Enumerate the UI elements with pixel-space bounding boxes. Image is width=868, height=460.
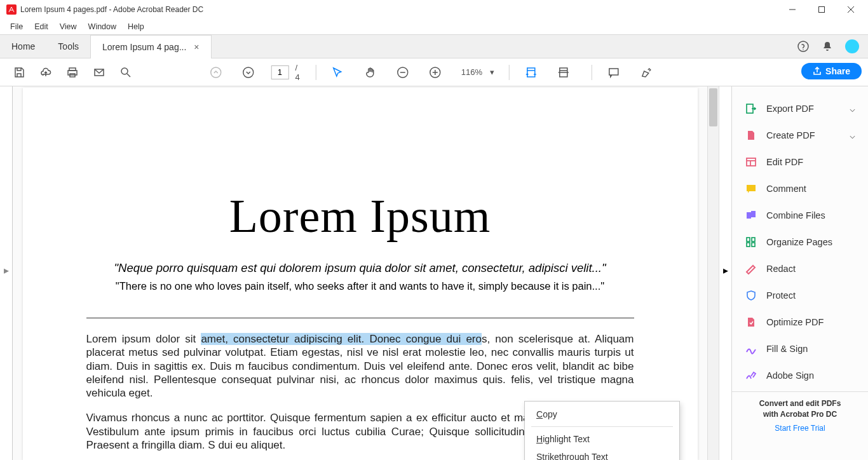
- scroll-thumb[interactable]: [709, 88, 717, 126]
- right-rail-toggle[interactable]: ▸: [719, 86, 731, 460]
- highlight-icon[interactable]: [636, 62, 656, 83]
- page-down-icon[interactable]: [238, 62, 258, 83]
- panel-create-pdf[interactable]: Create PDF⌵: [732, 122, 868, 149]
- page-total: / 4: [295, 63, 304, 82]
- quote-english: "There is no one who loves pain itself, …: [86, 280, 634, 292]
- menu-view[interactable]: View: [55, 21, 82, 32]
- fit-page-icon[interactable]: [553, 62, 573, 83]
- quote-latin: "Neque porro quisquam est qui dolorem ip…: [86, 261, 634, 275]
- svg-rect-30: [752, 238, 755, 241]
- tools-panel: Export PDF⌵ Create PDF⌵ Edit PDF Comment…: [731, 86, 868, 460]
- panel-fill-sign[interactable]: Fill & Sign: [732, 335, 868, 362]
- toolbar: / 4 116% ▾ Share: [0, 58, 868, 86]
- adobe-sign-icon: [745, 369, 757, 382]
- zoom-out-icon[interactable]: [393, 62, 412, 83]
- svg-rect-7: [68, 71, 77, 75]
- tab-home-label: Home: [11, 41, 35, 51]
- share-button[interactable]: Share: [801, 63, 862, 79]
- chevron-down-icon: ⌵: [850, 130, 855, 140]
- maximize-button[interactable]: [807, 0, 836, 19]
- save-icon[interactable]: [9, 62, 29, 83]
- print-icon[interactable]: [62, 62, 83, 83]
- tabbar: Home Tools Lorem Ipsum 4 pag... ×: [0, 34, 868, 58]
- menu-edit[interactable]: Edit: [29, 21, 53, 32]
- panel-organize[interactable]: Organize Pages: [732, 229, 868, 255]
- svg-rect-23: [747, 158, 756, 166]
- tab-document-label: Lorem Ipsum 4 pag...: [102, 42, 186, 52]
- svg-rect-31: [747, 243, 750, 247]
- svg-line-11: [127, 74, 130, 77]
- search-icon[interactable]: [116, 62, 136, 83]
- zoom-in-icon[interactable]: [425, 62, 445, 83]
- window-title: Lorem Ipsum 4 pages.pdf - Adobe Acrobat …: [20, 5, 778, 14]
- document-heading: Lorem Ipsum: [86, 189, 634, 243]
- svg-rect-32: [752, 243, 755, 247]
- svg-point-10: [121, 68, 128, 74]
- tab-tools-label: Tools: [58, 41, 79, 51]
- svg-point-12: [210, 67, 220, 78]
- panel-optimize[interactable]: Optimize PDF: [732, 309, 868, 335]
- cm-strikethrough[interactable]: Strikethrough Text: [525, 448, 679, 460]
- chevron-down-icon: ⌵: [850, 104, 855, 114]
- left-rail[interactable]: ▸: [0, 86, 13, 460]
- panel-export-pdf[interactable]: Export PDF⌵: [732, 95, 868, 122]
- chevron-right-icon: ▸: [4, 264, 9, 276]
- panel-adobe-sign[interactable]: Adobe Sign: [732, 362, 868, 389]
- page-up-icon[interactable]: [206, 62, 226, 83]
- minimize-button[interactable]: [778, 0, 807, 19]
- panel-combine[interactable]: Combine Files: [732, 202, 868, 229]
- zoom-select[interactable]: 116% ▾: [458, 65, 498, 80]
- comment-icon: [745, 182, 757, 195]
- email-icon[interactable]: [89, 62, 109, 83]
- paragraph-1: Lorem ipsum dolor sit amet, consectetur …: [86, 332, 634, 400]
- help-icon[interactable]: [797, 40, 810, 53]
- tab-tools[interactable]: Tools: [46, 35, 90, 58]
- combine-icon: [745, 209, 757, 222]
- page-number-input[interactable]: [271, 65, 288, 79]
- workspace: ▸ Lorem Ipsum "Neque porro quisquam est …: [0, 86, 868, 460]
- cm-highlight[interactable]: Highlight Text: [525, 430, 679, 448]
- svg-rect-29: [747, 238, 750, 241]
- organize-icon: [745, 236, 757, 248]
- panel-protect[interactable]: Protect: [732, 282, 868, 309]
- context-menu: Copy Highlight Text Strikethrough Text A…: [524, 401, 680, 460]
- redact-icon: [745, 262, 757, 275]
- svg-rect-27: [747, 212, 751, 219]
- menubar: File Edit View Window Help: [0, 19, 868, 34]
- fill-sign-icon: [745, 342, 757, 355]
- hand-tool-icon[interactable]: [360, 62, 380, 83]
- menu-file[interactable]: File: [5, 21, 28, 32]
- titlebar: Lorem Ipsum 4 pages.pdf - Adobe Acrobat …: [0, 0, 868, 19]
- edit-pdf-icon: [745, 156, 757, 168]
- svg-point-5: [803, 49, 803, 50]
- cloud-icon[interactable]: [36, 62, 56, 83]
- menu-help[interactable]: Help: [123, 21, 149, 32]
- cm-copy[interactable]: Copy: [525, 405, 679, 423]
- panel-footer: Convert and edit PDFswith Acrobat Pro DC…: [732, 391, 868, 439]
- panel-comment[interactable]: Comment: [732, 175, 868, 202]
- close-button[interactable]: [836, 0, 865, 19]
- tab-home[interactable]: Home: [0, 35, 46, 58]
- panel-edit-pdf[interactable]: Edit PDF: [732, 149, 868, 175]
- tab-document[interactable]: Lorem Ipsum 4 pag... ×: [90, 35, 211, 58]
- create-pdf-icon: [745, 129, 757, 142]
- panel-redact[interactable]: Redact: [732, 255, 868, 282]
- comment-icon[interactable]: [604, 62, 623, 83]
- divider: [86, 318, 634, 318]
- share-label: Share: [825, 66, 850, 76]
- scrollbar[interactable]: [707, 86, 719, 460]
- app-icon: [6, 4, 17, 15]
- protect-icon: [745, 289, 757, 302]
- bell-icon[interactable]: [821, 40, 834, 53]
- start-trial-link[interactable]: Start Free Trial: [740, 424, 860, 433]
- zoom-value: 116%: [461, 67, 482, 77]
- profile-avatar[interactable]: [845, 39, 859, 53]
- svg-point-13: [243, 67, 254, 78]
- export-pdf-icon: [745, 102, 757, 115]
- menu-window[interactable]: Window: [83, 21, 121, 32]
- close-tab-icon[interactable]: ×: [194, 42, 199, 52]
- fit-width-icon[interactable]: [521, 62, 541, 83]
- selected-text[interactable]: amet, consectetur adipiscing elit. Donec…: [201, 333, 482, 345]
- svg-rect-26: [747, 185, 756, 191]
- selection-tool-icon[interactable]: [328, 62, 348, 83]
